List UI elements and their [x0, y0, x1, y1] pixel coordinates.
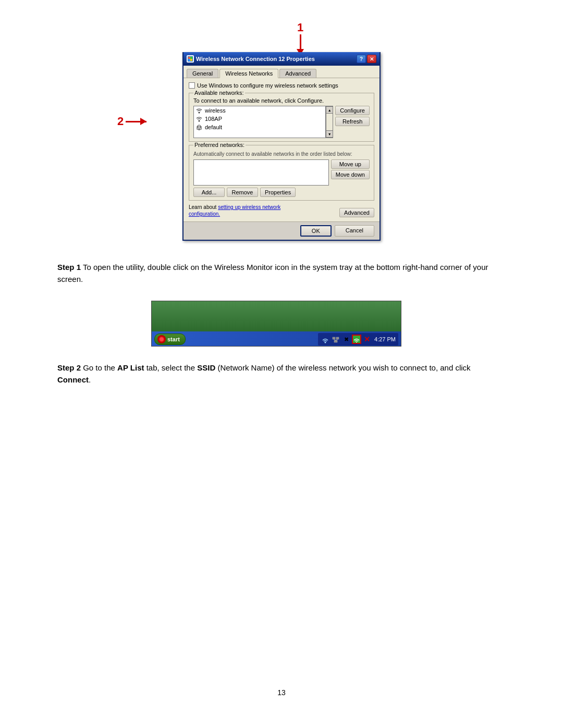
step1-section: Step 1 To open the utility, double click…: [57, 262, 506, 285]
annotation-2-number: 2: [117, 115, 124, 128]
dialog-content: Use Windows to configure my wireless net…: [183, 78, 380, 221]
desktop-area: [152, 301, 401, 331]
titlebar-left: Wireless Network Connection 12 Propertie…: [187, 55, 315, 63]
default-icon: [195, 124, 203, 131]
network-tray-icon: [331, 335, 340, 344]
page-number: 13: [42, 678, 521, 697]
taskbar: start: [152, 331, 401, 347]
svg-rect-11: [333, 337, 335, 339]
add-button[interactable]: Add...: [193, 188, 225, 197]
checkbox-row: Use Windows to configure my wireless net…: [189, 82, 374, 89]
step2-bold2: AP List: [117, 363, 144, 372]
network-action-buttons: Configure Refresh: [335, 106, 370, 138]
svg-point-10: [325, 342, 326, 343]
svg-rect-12: [336, 337, 339, 339]
step2-body2: tab, select the: [144, 363, 197, 372]
annotation-1-container: 1: [297, 21, 303, 55]
error-tray-icon: ✕: [362, 335, 372, 344]
start-button[interactable]: start: [154, 334, 186, 345]
learn-link[interactable]: setting up wireless network: [218, 204, 280, 210]
network-item-default[interactable]: default: [194, 123, 325, 131]
svg-rect-3: [188, 59, 190, 61]
move-down-button[interactable]: Move down: [331, 170, 370, 179]
properties-button[interactable]: Properties: [260, 188, 296, 197]
taskbar-section: start: [151, 301, 412, 347]
step2-section: Step 2 Go to the AP List tab, select the…: [57, 362, 506, 386]
preferred-networks-desc: Automatically connect to available netwo…: [193, 151, 370, 157]
windows-logo: [157, 335, 166, 343]
preferred-list-container: Move up Move down: [193, 159, 370, 186]
preferred-networks-inner: Automatically connect to available netwo…: [193, 151, 370, 197]
step1-text: Step 1 To open the utility, double click…: [57, 262, 506, 285]
dialog-footer: OK Cancel: [183, 221, 380, 240]
refresh-button[interactable]: Refresh: [335, 117, 370, 126]
available-networks-section: Available networks: To connect to an ava…: [189, 93, 374, 142]
tab-wireless-networks[interactable]: Wireless Networks: [219, 69, 278, 78]
step2-bold: Step 2: [57, 363, 81, 372]
108ap-icon: [195, 115, 203, 122]
dialog-title: Wireless Network Connection 12 Propertie…: [196, 56, 315, 62]
step2-text: Step 2 Go to the AP List tab, select the…: [57, 362, 506, 386]
network-name-default: default: [205, 124, 222, 130]
tab-advanced[interactable]: Advanced: [279, 69, 316, 78]
step2-bold4: Connect: [57, 375, 89, 384]
svg-point-6: [199, 120, 200, 122]
preferred-list: [193, 159, 329, 186]
step2-body4: .: [89, 375, 91, 384]
network-name-108ap: 108AP: [205, 116, 222, 122]
available-networks-inner: To connect to an available network, clic…: [193, 97, 370, 138]
help-button[interactable]: ?: [357, 55, 366, 63]
svg-line-14: [334, 339, 336, 340]
network-list-scrollbar: ▲ ▼: [326, 106, 333, 138]
scroll-up-button[interactable]: ▲: [326, 106, 333, 114]
available-networks-desc: To connect to an available network, clic…: [193, 97, 370, 104]
warning-tray-icon: ✖: [341, 335, 351, 344]
step1-body: To open the utility, double click on the…: [57, 263, 488, 283]
svg-rect-4: [190, 59, 192, 61]
wifi-tray-icon-1: [321, 335, 330, 344]
available-networks-label: Available networks:: [193, 90, 245, 96]
preferred-bottom-row: Add... Remove Properties: [193, 188, 370, 197]
add-remove-buttons: Add... Remove Properties: [193, 188, 296, 197]
annotation-1-number: 1: [297, 21, 303, 34]
network-item-wireless[interactable]: wireless: [194, 106, 325, 115]
taskbar-clock: 4:27 PM: [374, 336, 396, 342]
scroll-down-button[interactable]: ▼: [326, 130, 333, 138]
step2-body3: (Network Name) of the wireless network y…: [215, 363, 470, 372]
configure-button[interactable]: Configure: [335, 106, 370, 115]
title-icon: [187, 55, 194, 63]
configure-checkbox[interactable]: [189, 82, 195, 89]
learn-area: Learn about setting up wireless network …: [189, 204, 280, 217]
network-item-108ap[interactable]: 108AP: [194, 115, 325, 123]
cancel-button[interactable]: Cancel: [335, 225, 374, 237]
move-buttons: Move up Move down: [331, 159, 370, 186]
page-container: 1 2 3: [0, 0, 563, 728]
wireless-icon: [195, 107, 203, 114]
network-list: wireless: [193, 106, 326, 138]
move-up-button[interactable]: Move up: [331, 159, 370, 169]
close-button[interactable]: ✕: [367, 55, 376, 63]
advanced-button[interactable]: Advanced: [339, 208, 374, 217]
taskbar-screenshot: start: [151, 301, 401, 347]
learn-text-2[interactable]: configuration.: [189, 211, 220, 217]
arrow-right-2: [126, 121, 146, 122]
step2-body1: Go to the: [81, 363, 117, 372]
tab-bar: General Wireless Networks Advanced: [183, 67, 380, 78]
network-list-container: wireless: [193, 106, 370, 138]
svg-rect-1: [188, 57, 190, 59]
dialog-section: 1 2 3: [42, 21, 521, 241]
step2-bold3: SSID: [197, 363, 215, 372]
titlebar: Wireless Network Connection 12 Propertie…: [183, 52, 380, 66]
titlebar-buttons: ? ✕: [357, 55, 376, 63]
svg-rect-13: [334, 340, 337, 342]
win-dialog: Wireless Network Connection 12 Propertie…: [182, 52, 381, 241]
remove-button[interactable]: Remove: [227, 188, 258, 197]
ok-button[interactable]: OK: [300, 225, 332, 237]
tab-general[interactable]: General: [187, 69, 218, 78]
scroll-track: [326, 114, 333, 130]
learn-text-1: Learn about: [189, 204, 216, 210]
highlighted-wifi-icon[interactable]: [352, 335, 361, 344]
svg-point-17: [356, 342, 357, 343]
checkbox-label: Use Windows to configure my wireless net…: [197, 82, 338, 89]
svg-rect-2: [190, 57, 192, 59]
